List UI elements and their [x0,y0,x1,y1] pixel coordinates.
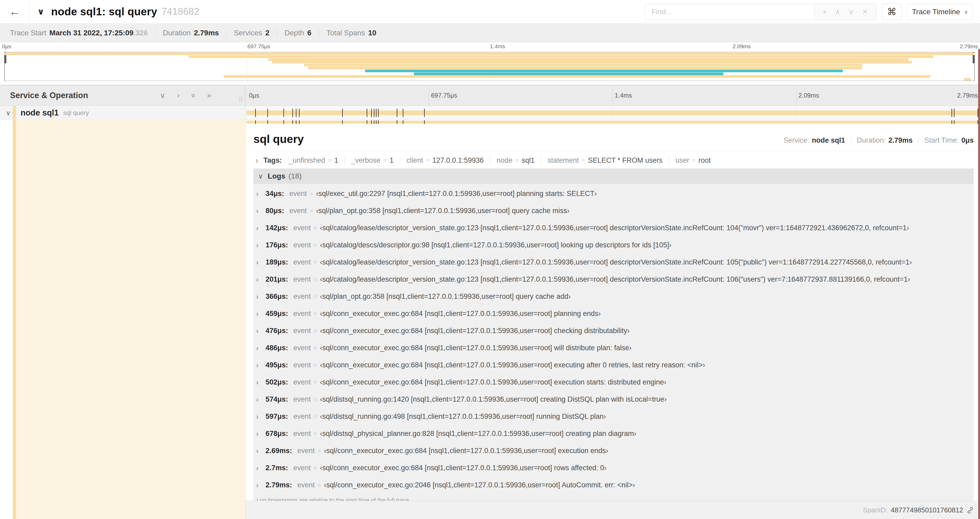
log-marker-tick [342,109,343,117]
log-field-key: event [293,464,311,472]
keyboard-shortcuts-button[interactable]: ⌘ [882,4,902,20]
log-field-key: event [293,327,311,335]
log-marker-tick [376,109,377,117]
stat-label: Services [234,29,262,37]
find-input[interactable] [645,4,814,20]
tag-equals: = [383,157,387,164]
chevron-right-icon: › [256,258,266,267]
stat-item: Services2 [234,29,269,37]
locate-icon[interactable]: ⌖ [823,8,827,16]
span-name-cell[interactable]: ∨ node sql1 sql query [0,106,245,120]
log-field-value: ‹sql/conn_executor_exec.go:684 [nsql1,cl… [320,327,630,335]
log-marker-tick [299,120,299,124]
minimap-span-bar [365,70,843,72]
column-resize-grip[interactable] [239,96,242,102]
log-timestamp: 80μs: [266,207,284,215]
log-field-value: ‹sql/conn_executor_exec.go:684 [nsql1,cl… [320,310,601,318]
page-title: node sql1: sql query [51,6,157,18]
logs-block: ∨ Logs (18) ›34μs:event=‹sql/exec_util.g… [253,169,974,501]
log-entry-row[interactable]: ›176μs:event=‹sql/catalog/descs/descript… [256,236,974,254]
logs-note: Log timestamps are relative to the start… [256,494,974,501]
expand-one-icon[interactable]: › [177,91,180,100]
chevron-right-icon: › [256,464,266,472]
view-selector-label: Trace Timeline [912,8,960,16]
log-marker-tick [293,120,293,124]
chevron-down-icon: ∨ [964,9,968,15]
minimap-tick-label: 2.79ms [960,43,978,50]
minimap-tick-labels: 0μs697.75μs1.4ms2.09ms2.79ms [4,43,975,51]
log-equals: = [314,259,317,266]
stat-label: Trace Start [10,29,46,37]
tag-divider [669,156,669,164]
minimap-right-scrubber[interactable] [974,52,975,81]
logs-header[interactable]: ∨ Logs (18) [253,169,974,184]
log-entry-row[interactable]: ›597μs:event=‹sql/distsql_running.go:498… [256,408,974,425]
log-entry-row[interactable]: ›574μs:event=‹sql/distsql_running.go:142… [256,391,974,408]
clear-find-icon[interactable]: ✕ [862,8,868,16]
stat-label: Total Spans [326,29,365,37]
log-entry-row[interactable]: ›189μs:event=‹sql/catalog/lease/descript… [256,254,974,271]
log-equals: = [318,482,321,489]
span-footer-bar: SpanID: 4877749850101760812 [245,501,980,519]
collapse-trace-icon[interactable]: ∨ [37,6,44,17]
collapse-one-icon[interactable]: ∨ [160,91,165,100]
log-marker-tick [296,109,296,117]
log-field-key: event [293,412,311,421]
view-selector-button[interactable]: Trace Timeline ∨ [907,4,973,20]
log-marker-tick [293,109,293,117]
log-entry-row[interactable]: ›34μs:event=‹sql/exec_util.go:2297 [nsql… [256,185,974,202]
log-field-key: event [293,361,311,369]
tags-row[interactable]: › Tags: _unfinished=1_verbose=1client=12… [253,151,974,169]
prev-match-icon[interactable]: ∧ [835,8,840,16]
stat-value: 6 [307,29,312,37]
chevron-right-icon: › [256,447,266,455]
ruler-tick-label: 0μs [249,92,259,99]
log-timestamp: 502μs: [266,378,288,386]
selected-span-bar[interactable] [247,121,978,123]
log-field-key: event [293,378,311,386]
log-marker-tick [403,109,403,117]
log-field-value: ‹sql/distsql_physical_planner.go:828 [ns… [320,430,636,438]
span-duration-bar[interactable] [247,110,978,115]
log-entry-row[interactable]: ›459μs:event=‹sql/conn_executor_exec.go:… [256,305,974,322]
log-entry-row[interactable]: ›476μs:event=‹sql/conn_executor_exec.go:… [256,322,974,339]
log-marker-tick [367,109,367,117]
log-entry-row[interactable]: ›678μs:event=‹sql/distsql_physical_plann… [256,425,974,442]
log-entry-row[interactable]: ›2.69ms:event=‹sql/conn_executor_exec.go… [256,442,974,459]
service-operation-title: Service & Operation [10,91,88,100]
chevron-down-icon[interactable]: ∨ [6,109,11,117]
stat-divider [319,29,319,37]
info-value: node sql1 [812,136,845,145]
log-entry-row[interactable]: ›495μs:event=‹sql/conn_executor_exec.go:… [256,356,974,374]
collapse-all-icon[interactable]: » [189,93,198,97]
trace-minimap[interactable] [4,52,975,81]
span-detail-info: Service:node sql1Duration:2.79msStart Ti… [783,136,974,145]
log-entry-row[interactable]: ›502μs:event=‹sql/conn_executor_exec.go:… [256,374,974,391]
log-equals: = [310,208,313,214]
log-marker-tick [951,109,952,117]
log-marker-tick [371,109,372,117]
log-marker-tick [424,120,425,124]
expand-all-icon[interactable]: » [207,91,211,100]
info-label: Duration: [857,136,886,145]
deep-link-icon[interactable] [966,506,974,514]
stat-value: 10 [368,29,376,37]
tag-value: 127.0.0.1:59936 [432,156,484,164]
log-marker-tick [376,120,377,124]
log-entry-row[interactable]: ›142μs:event=‹sql/catalog/lease/descript… [256,219,974,236]
chevron-right-icon: › [256,361,266,369]
span-operation-name: sql query [63,109,89,117]
scrollbar[interactable] [978,49,980,519]
stat-value: 2.79ms [194,29,219,37]
log-entry-row[interactable]: ›80μs:event=‹sql/plan_opt.go:358 [nsql1,… [256,202,974,219]
log-entry-row[interactable]: ›366μs:event=‹sql/plan_opt.go:358 [nsql1… [256,288,974,305]
next-match-icon[interactable]: ∨ [848,8,854,16]
log-entry-row[interactable]: ›486μs:event=‹sql/conn_executor_exec.go:… [256,339,974,356]
back-button[interactable]: ← [0,0,30,23]
log-marker-tick [374,120,374,124]
minimap-left-scrubber[interactable] [4,52,5,81]
log-entry-row[interactable]: ›2.79ms:event=‹sql/conn_executor_exec.go… [256,476,974,494]
log-entry-row[interactable]: ›2.7ms:event=‹sql/conn_executor_exec.go:… [256,459,974,476]
chevron-right-icon: › [256,190,266,198]
log-entry-row[interactable]: ›201μs:event=‹sql/catalog/lease/descript… [256,271,974,288]
